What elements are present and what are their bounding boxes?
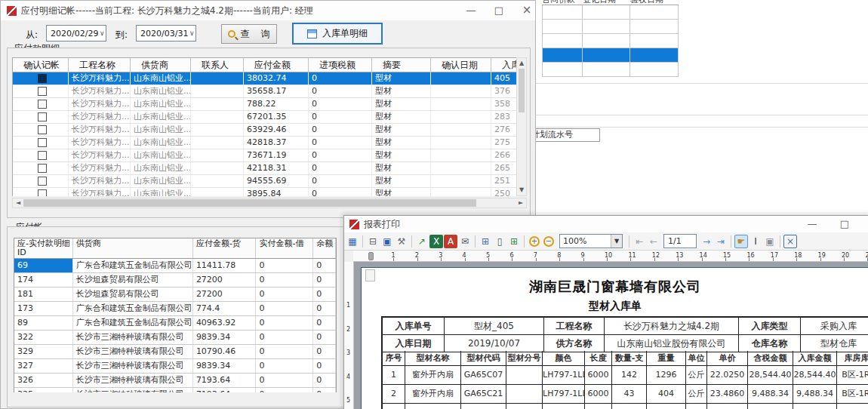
book-icon[interactable]: ▣ — [380, 235, 394, 248]
checkbox[interactable] — [38, 74, 47, 83]
table-row[interactable]: 长沙万科魅力...山东南山铝业...67201.350型材283 — [13, 111, 526, 124]
horizontal-scrollbar[interactable]: ◄ ► — [12, 198, 527, 208]
checkbox[interactable] — [38, 189, 47, 196]
column-header-summary[interactable]: 摘要 — [372, 58, 431, 72]
scroll-up-icon[interactable]: ▲ — [517, 58, 526, 69]
minimize-button[interactable]: — — [460, 4, 482, 17]
zoom-select[interactable]: 100% ▼ — [559, 234, 623, 248]
table-row[interactable]: 长沙万科魅力...山东南山铝业...63929.460型材276 — [13, 124, 526, 137]
table-row[interactable] — [542, 20, 679, 34]
column-header-balance[interactable]: 余额 — [313, 238, 336, 258]
first-page-icon[interactable]: ⇤ — [633, 235, 646, 248]
close-button[interactable]: × — [516, 4, 538, 17]
page-number-field[interactable]: 1/1 — [663, 234, 697, 248]
checkbox[interactable] — [38, 164, 47, 173]
column-header-project[interactable]: 工程名称 — [69, 58, 131, 72]
table-row[interactable]: 长沙万科魅力...山东南山铝业...94555.690型材251 — [13, 175, 526, 188]
maximize-button[interactable]: □ — [833, 217, 856, 231]
column-header-amount[interactable]: 应付金额 — [244, 58, 309, 72]
checkbox[interactable] — [38, 100, 47, 109]
chevron-down-icon[interactable]: ▼ — [611, 235, 622, 248]
close-preview-icon[interactable]: × — [783, 235, 797, 248]
column-header-id[interactable]: 应-实付款明细ID — [14, 238, 73, 258]
checkbox[interactable] — [38, 138, 47, 147]
maximize-button[interactable]: □ — [488, 4, 510, 17]
last-page-icon[interactable]: ⇥ — [714, 235, 728, 248]
excel-icon[interactable]: X — [429, 235, 443, 248]
print-icon[interactable]: ⊟ — [366, 235, 380, 248]
column-header-contact[interactable]: 联系人 — [191, 58, 244, 72]
table-row[interactable]: 327长沙市三湘特种玻璃有限公司9839.3400 — [14, 359, 336, 374]
prev-page-icon[interactable]: ← — [647, 235, 660, 248]
table-row[interactable]: 69广东合和建筑五金制品有限公司11411.7800 — [14, 259, 336, 273]
column-header-tax[interactable]: 进项税额 — [309, 58, 372, 72]
checkbox[interactable] — [38, 112, 47, 121]
scrollbar-thumb[interactable] — [23, 199, 476, 207]
inbound-detail-button[interactable]: 入库单明细 — [292, 23, 383, 45]
ruler-marker[interactable] — [368, 252, 374, 260]
scrollbar-thumb[interactable] — [519, 69, 525, 112]
table-header[interactable]: 应-实付款明细ID供货商应付金额-货实付金额-借余额 — [14, 238, 337, 259]
export-icon[interactable]: ↗ — [415, 235, 429, 248]
table-row[interactable]: 长沙万科魅力...山东南山铝业...42118.310型材265 — [13, 162, 526, 175]
column-header-payable[interactable]: 应付金额-货 — [193, 238, 257, 258]
table-row[interactable]: 181长沙坦森贸易有限公司2720000 — [14, 288, 336, 302]
single-page-icon[interactable]: ▯ — [493, 235, 506, 248]
column-header-paid[interactable]: 实付金额-借 — [256, 238, 313, 258]
zoom-out-icon[interactable]: − — [543, 236, 554, 247]
settings-icon[interactable]: ⚒ — [395, 235, 408, 248]
copy-pages-icon[interactable]: ▣ — [763, 235, 777, 248]
column-header-inbound[interactable]: 入库 — [491, 58, 517, 72]
table-row[interactable]: 174长沙坦森贸易有限公司2720000 — [14, 273, 336, 288]
titlebar[interactable]: 报表打印 — [344, 216, 868, 232]
titlebar[interactable]: 应付明细记帐------当前工程: 长沙万科魅力之城4.2期------当前用户… — [1, 1, 535, 20]
scroll-right-icon[interactable]: ► — [516, 198, 526, 208]
vertical-scrollbar[interactable]: ▲ ▼ — [516, 57, 527, 196]
checkbox[interactable] — [38, 151, 47, 160]
table-row[interactable]: 89广东合和建筑五金制品有限公司40963.9200 — [14, 316, 336, 331]
checkbox[interactable] — [38, 125, 47, 134]
table-header[interactable]: 确认记帐工程名称供货商联系人应付金额进项税额摘要确认日期入库 — [12, 57, 527, 72]
table-row[interactable]: 长沙万科魅力...山东南山铝业...788.220型材358 — [13, 98, 526, 111]
table-row[interactable]: 325长沙市三湘特种玻璃有限公司7193.6400 — [14, 388, 336, 392]
page-setup-icon[interactable]: ⊞ — [479, 235, 492, 248]
design-icon[interactable]: ▦ — [346, 235, 359, 248]
preview-canvas[interactable]: 湖南巨晟门窗幕墙有限公司 型材入库单 入库单号型材_405工程名称长沙万科魅力之… — [354, 262, 868, 409]
mail-icon[interactable]: ✉ — [458, 235, 472, 248]
text-select-icon[interactable]: I — [749, 235, 762, 248]
from-date-select[interactable]: 2020/02/29 ∨ — [46, 25, 106, 42]
table-row[interactable]: 长沙万科魅力...山东南山铝业...73671.190型材266 — [13, 149, 526, 162]
table-row[interactable]: 长沙万科魅力...山东南山铝业...35658.170型材376 — [13, 85, 526, 98]
table-row[interactable]: 长沙万科魅力...山东南山铝业...38032.740型材405 — [13, 72, 526, 85]
minimize-button[interactable]: — — [801, 217, 823, 231]
chevron-down-icon[interactable]: ∨ — [98, 29, 106, 37]
scroll-left-icon[interactable]: ◄ — [13, 198, 23, 208]
column-header-confirm[interactable]: 确认记帐 — [13, 58, 69, 72]
table-row[interactable] — [542, 48, 679, 63]
hand-tool-icon[interactable]: ☛ — [734, 235, 748, 248]
scroll-down-icon[interactable]: ▼ — [517, 185, 526, 195]
table-row[interactable]: 329长沙市三湘特种玻璃有限公司10790.4600 — [14, 345, 336, 359]
checkbox[interactable] — [38, 87, 47, 96]
table-row[interactable]: 长沙万科魅力...山东南山铝业...3895.840型材250 — [13, 188, 526, 196]
zoom-in-icon[interactable]: + — [529, 236, 540, 247]
next-page-icon[interactable]: → — [700, 235, 713, 248]
table-row[interactable] — [542, 34, 679, 48]
checkbox[interactable] — [38, 177, 47, 186]
table-row[interactable]: 326长沙市三湘特种玻璃有限公司7193.6400 — [14, 374, 336, 388]
table-row[interactable]: 173广东合和建筑五金制品有限公司774.400 — [14, 302, 336, 316]
pdf-icon[interactable]: A — [444, 235, 457, 248]
flow-number-field[interactable]: 计划流水号 — [531, 128, 600, 142]
table-row[interactable]: 322长沙市三湘特种玻璃有限公司9839.3400 — [14, 331, 336, 345]
column-header-supplier[interactable]: 供货商 — [131, 58, 191, 72]
chevron-down-icon[interactable]: ∨ — [188, 29, 195, 37]
query-button[interactable]: 查 询 — [221, 24, 277, 44]
close-button[interactable]: × — [863, 217, 868, 231]
table-row[interactable] — [542, 5, 679, 20]
column-header-confirm-date[interactable]: 确认日期 — [431, 58, 491, 72]
column-header-supplier[interactable]: 供货商 — [73, 238, 193, 258]
table-row[interactable]: 长沙万科魅力...山东南山铝业...42818.370型材275 — [13, 137, 526, 149]
to-date-select[interactable]: 2020/03/31 ∨ — [136, 25, 196, 42]
table-row[interactable] — [542, 63, 679, 77]
multi-page-icon[interactable]: ⊞ — [507, 235, 521, 248]
